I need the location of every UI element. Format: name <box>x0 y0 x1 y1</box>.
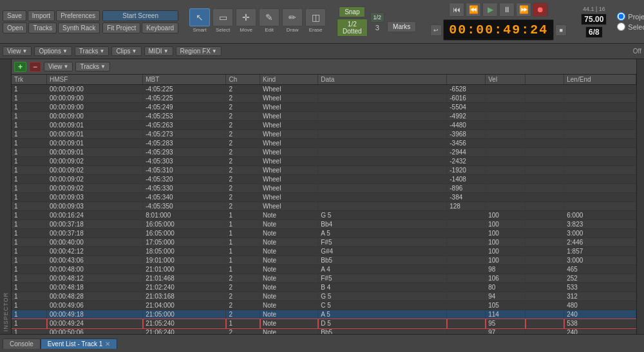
col-data[interactable]: Data <box>318 75 447 85</box>
save-button[interactable]: Save <box>3 10 26 21</box>
clips-dropdown[interactable]: Clips ▼ <box>111 46 141 56</box>
col-ch[interactable]: Ch <box>226 75 260 85</box>
event-list-tab[interactable]: Event List - Track 1 ✕ <box>41 338 118 349</box>
tracks-dropdown[interactable]: Tracks ▼ <box>75 46 109 56</box>
table-row[interactable]: 100:00:09:02-4:05:3302Wheel-896 <box>12 184 636 193</box>
draw-tool-btn[interactable]: ✏ <box>282 8 303 26</box>
event-table-container[interactable]: Trk HMSF MBT Ch Kind Data Vel Len/End 10… <box>12 75 636 334</box>
table-row[interactable]: 100:00:09:00-4:05:2252Wheel-6016 <box>12 94 636 103</box>
table-row[interactable]: 100:00:09:01-4:05:2932Wheel-2944 <box>12 148 636 157</box>
table-row[interactable]: 100:00:48:1221:01:4682NoteF#5106252 <box>12 274 636 283</box>
stop-btn[interactable]: ■ <box>555 24 567 36</box>
remove-event-button[interactable]: − <box>29 62 41 72</box>
snap-value-button[interactable]: 1/2 Dotted <box>337 19 367 37</box>
options-dropdown[interactable]: Options ▼ <box>34 46 71 56</box>
event-list-tab-label: Event List - Track 1 <box>48 340 103 347</box>
region-fx-dropdown[interactable]: Region FX ▼ <box>176 46 222 56</box>
table-row[interactable]: 100:00:42:1218:05:0001NoteG#41001:857 <box>12 247 636 256</box>
col-len[interactable]: Len/End <box>564 75 636 85</box>
table-cell: 1 <box>12 184 47 193</box>
pause-btn[interactable]: ⏸ <box>499 3 515 17</box>
move-tool-btn[interactable]: ✛ <box>236 8 256 26</box>
import-button[interactable]: Import <box>28 10 55 21</box>
table-row[interactable]: 100:00:37:1816:05:0001NoteBb41003:823 <box>12 220 636 229</box>
col-mbt[interactable]: MBT <box>143 75 226 85</box>
table-row[interactable]: 100:00:40:0017:05:0001NoteF#51002:446 <box>12 238 636 247</box>
event-list-area: + − View ▼ Tracks ▼ Trk HMSF MBT Ch <box>12 59 636 334</box>
edit-tool-btn[interactable]: ✎ <box>259 8 279 26</box>
event-list-tab-close[interactable]: ✕ <box>105 340 110 347</box>
col-vel2[interactable] <box>526 75 564 85</box>
loop-btn[interactable]: ↩ <box>430 24 442 36</box>
play-btn[interactable]: ▶ <box>482 3 498 17</box>
col-vel[interactable]: Vel <box>486 75 526 85</box>
table-row[interactable]: 100:00:37:1816:05:0001NoteA 51003:000 <box>12 229 636 238</box>
table-row[interactable]: 100:00:49:2421:05:2401NoteD 595538 <box>12 319 636 328</box>
table-row[interactable]: 100:00:09:03-4:05:3502Wheel128 <box>12 202 636 211</box>
transport-group: ⏮ ⏪ ▶ ⏸ ⏩ ⏺ ↩ 00:00:49:24 ■ <box>430 3 567 41</box>
table-row[interactable]: 100:00:49:1821:05:0002NoteA 5114240 <box>12 310 636 319</box>
table-row[interactable]: 100:00:09:02-4:05:3032Wheel-2432 <box>12 157 636 166</box>
table-cell <box>486 193 526 202</box>
col-kind[interactable]: Kind <box>260 75 318 85</box>
add-event-button[interactable]: + <box>14 62 26 72</box>
project-radio[interactable] <box>617 12 625 21</box>
table-row[interactable]: 100:00:09:02-4:05:3202Wheel-1408 <box>12 175 636 184</box>
keyboard-button[interactable]: Keyboard <box>142 23 178 33</box>
preferences-button[interactable]: Preferences <box>56 10 100 21</box>
time-sig-value[interactable]: 6/8 <box>585 26 603 38</box>
table-cell: 2 <box>226 301 260 310</box>
rewind-to-start-btn[interactable]: ⏮ <box>449 3 464 17</box>
midi-dropdown[interactable]: MIDI ▼ <box>144 46 173 56</box>
event-table-body: 100:00:09:00-4:05:2252Wheel-6528100:00:0… <box>12 85 636 335</box>
table-row[interactable]: 100:00:09:00-4:05:2252Wheel-6528 <box>12 85 636 94</box>
table-row[interactable]: 100:00:09:00-4:05:2492Wheel-5504 <box>12 103 636 112</box>
table-row[interactable]: 100:00:09:02-4:05:3102Wheel-1920 <box>12 166 636 175</box>
table-cell <box>486 202 526 211</box>
start-screen-button[interactable]: Start Screen <box>102 10 178 21</box>
table-row[interactable]: 100:00:16:248:01:0001NoteG 51006:000 <box>12 211 636 220</box>
record-btn[interactable]: ⏺ <box>533 3 548 17</box>
table-row[interactable]: 100:00:49:0621:04:0002NoteC 5105480 <box>12 301 636 310</box>
table-row[interactable]: 100:00:48:2821:03:1682NoteG 594312 <box>12 292 636 301</box>
col-hmsf[interactable]: HMSF <box>47 75 143 85</box>
table-row[interactable]: 100:00:48:0021:01:0001NoteA 498465 <box>12 265 636 274</box>
tempo-value[interactable]: 75.00 <box>581 14 607 25</box>
rewind-btn[interactable]: ⏪ <box>466 3 481 17</box>
table-cell: -4:05:303 <box>143 157 226 166</box>
marks-button[interactable]: Marks <box>387 21 416 32</box>
table-cell: 100 <box>486 229 526 238</box>
erase-tool-btn[interactable]: ◫ <box>305 8 326 26</box>
view-dropdown[interactable]: View ▼ <box>3 46 32 56</box>
tracks-el-dropdown[interactable]: Tracks ▼ <box>75 62 110 71</box>
table-cell <box>526 283 564 292</box>
table-row[interactable]: 100:00:09:03-4:05:3402Wheel-384 <box>12 193 636 202</box>
select-tool-btn[interactable]: ▭ <box>213 8 233 26</box>
snap-value2-button[interactable]: 1/2 <box>370 12 385 23</box>
fast-forward-btn[interactable]: ⏩ <box>516 3 531 17</box>
table-row[interactable]: 100:00:09:00-4:05:2532Wheel-4992 <box>12 112 636 121</box>
smart-tool-btn[interactable]: ↖ <box>189 8 210 26</box>
table-row[interactable]: 100:00:09:01-4:05:2732Wheel-3968 <box>12 130 636 139</box>
table-cell: -3968 <box>447 130 486 139</box>
table-row[interactable]: 100:00:50:0621:06:2402NoteBb597240 <box>12 328 636 335</box>
tempo-group: 44.1 | 16 75.00 6/8 <box>581 6 607 38</box>
options-label: Options <box>39 48 61 55</box>
tracks-button[interactable]: Tracks <box>28 23 57 33</box>
table-cell: 2 <box>226 175 260 184</box>
view-el-dropdown[interactable]: View ▼ <box>44 62 73 71</box>
right-scrollbar[interactable] <box>636 59 644 334</box>
col-trk[interactable]: Trk <box>12 75 47 85</box>
col-data2[interactable] <box>447 75 486 85</box>
synth-rack-button[interactable]: Synth Rack <box>58 23 100 33</box>
open-button[interactable]: Open <box>3 23 27 33</box>
table-row[interactable]: 100:00:48:1821:02:2402NoteB 480533 <box>12 283 636 292</box>
table-cell: 2 <box>226 166 260 175</box>
table-row[interactable]: 100:00:09:01-4:05:2832Wheel-3456 <box>12 139 636 148</box>
fit-project-button[interactable]: Fit Project <box>102 23 140 33</box>
console-tab[interactable]: Console <box>3 338 41 349</box>
selection-radio[interactable] <box>617 23 625 31</box>
snap-button[interactable]: Snap <box>339 6 365 17</box>
table-row[interactable]: 100:00:09:01-4:05:2632Wheel-4480 <box>12 121 636 130</box>
table-row[interactable]: 100:00:43:0619:01:0001NoteBb51003:000 <box>12 256 636 265</box>
